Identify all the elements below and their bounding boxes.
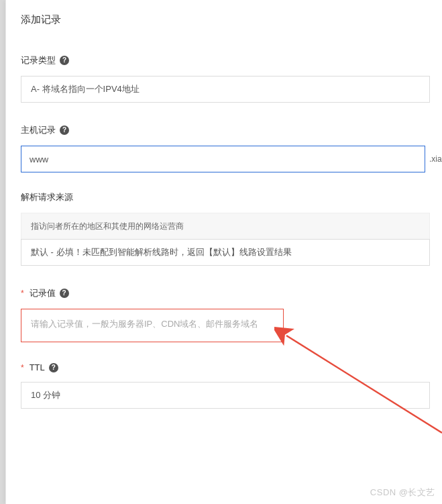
record-value-label: 记录值 ? — [21, 287, 442, 299]
add-record-panel: 添加记录 记录类型 ? A- 将域名指向一个IPV4地址 主机记录 ? — [5, 0, 442, 504]
record-type-label: 记录类型 ? — [21, 54, 442, 66]
field-host-record: 主机记录 ? .xiao — [21, 124, 442, 172]
request-source-label: 解析请求来源 — [21, 191, 442, 203]
help-icon[interactable]: ? — [60, 125, 69, 135]
ttl-label-text: TTL — [30, 362, 45, 372]
host-record-label: 主机记录 ? — [21, 124, 442, 136]
request-source-value: 默认 - 必填！未匹配到智能解析线路时，返回【默认】线路设置结果 — [31, 246, 292, 258]
ttl-select[interactable]: 10 分钟 — [21, 382, 430, 409]
help-icon[interactable]: ? — [49, 363, 58, 372]
panel-title: 添加记录 — [21, 13, 442, 26]
ttl-label: TTL ? — [21, 362, 442, 372]
record-type-select[interactable]: A- 将域名指向一个IPV4地址 — [21, 76, 430, 103]
record-value-label-text: 记录值 — [30, 287, 56, 299]
host-record-input[interactable] — [21, 146, 425, 172]
record-type-label-text: 记录类型 — [21, 54, 56, 66]
field-request-source: 解析请求来源 指访问者所在的地区和其使用的网络运营商 默认 - 必填！未匹配到智… — [21, 191, 442, 266]
host-record-label-text: 主机记录 — [21, 124, 56, 136]
field-record-type: 记录类型 ? A- 将域名指向一个IPV4地址 — [21, 54, 442, 103]
field-ttl: TTL ? 10 分钟 — [21, 362, 442, 409]
host-record-suffix: .xiao — [429, 154, 442, 164]
field-record-value: 记录值 ? — [21, 287, 442, 342]
request-source-label-text: 解析请求来源 — [21, 191, 73, 203]
record-type-value: A- 将域名指向一个IPV4地址 — [31, 83, 140, 95]
record-value-highlight-box — [21, 309, 284, 342]
help-icon[interactable]: ? — [60, 56, 69, 65]
request-source-select[interactable]: 默认 - 必填！未匹配到智能解析线路时，返回【默认】线路设置结果 — [21, 239, 430, 266]
ttl-value: 10 分钟 — [31, 389, 60, 401]
watermark: CSDN @长文艺 — [370, 487, 435, 499]
record-value-input[interactable] — [25, 313, 279, 334]
request-source-sublabel: 指访问者所在的地区和其使用的网络运营商 — [21, 213, 430, 240]
help-icon[interactable]: ? — [60, 289, 69, 298]
left-gutter — [0, 0, 5, 504]
